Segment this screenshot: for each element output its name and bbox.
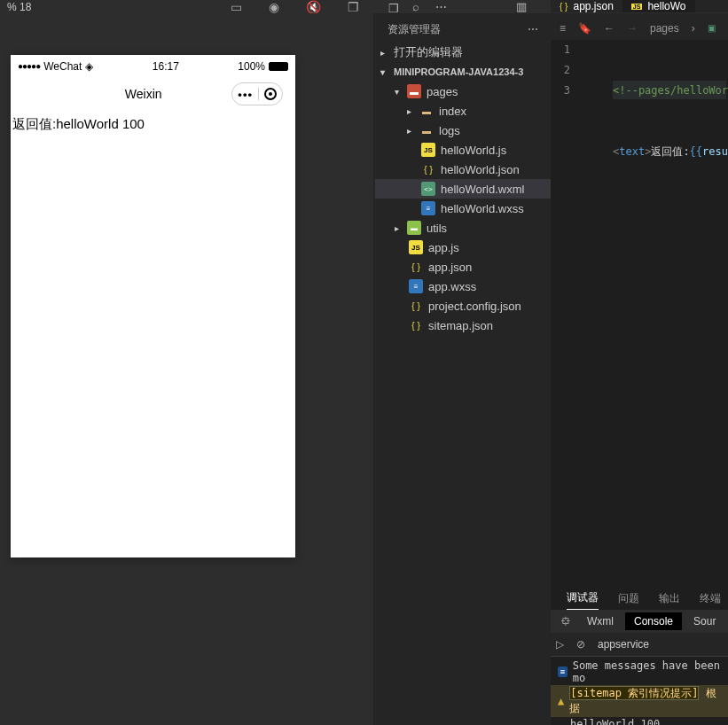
breadcrumb-pages[interactable]: pages <box>650 22 679 35</box>
file-helloworld-js[interactable]: JShelloWorld.js <box>375 140 551 160</box>
split-icon[interactable]: ▥ <box>516 0 527 13</box>
folder-icon: ▬ <box>419 123 434 137</box>
json-icon: { } <box>409 299 423 313</box>
json-icon: { } <box>560 2 568 12</box>
console-warn-line[interactable]: ▲[sitemap 索引情况提示] 根据 <box>551 685 728 717</box>
js-icon: JS <box>421 143 435 157</box>
folder-utils[interactable]: ▸▬utils <box>375 218 551 238</box>
copy-icon[interactable]: ❐ <box>388 2 399 15</box>
tab-output[interactable]: 输出 <box>659 588 680 610</box>
menu-dots-icon[interactable]: ••• <box>238 88 253 101</box>
json-icon: { } <box>409 318 423 332</box>
search-icon[interactable]: ⌕ <box>412 0 419 13</box>
js-icon: JS <box>631 4 643 10</box>
folder-icon: ▬ <box>407 221 421 235</box>
file-app-json[interactable]: { }app.json <box>375 257 551 277</box>
context-selector[interactable]: appservice <box>598 638 649 651</box>
warn-icon: ▲ <box>558 695 564 707</box>
file-app-js[interactable]: JSapp.js <box>375 238 551 257</box>
simulator-panel: ●●●●● WeChat ◈ 16:17 100% Weixin ••• 返回值… <box>0 13 373 725</box>
battery-percent: 100% <box>238 60 265 73</box>
list-icon[interactable]: ≡ <box>560 22 566 35</box>
wxss-icon: ≡ <box>409 279 423 293</box>
nav-title: Weixin <box>55 87 231 101</box>
tab-app-json[interactable]: { }app.json <box>551 0 622 12</box>
explorer-menu-icon[interactable]: ⋯ <box>528 23 538 35</box>
forward-icon[interactable]: → <box>627 22 638 35</box>
bottom-panel: 调试器 问题 输出 终端 ⯐ Wxml Console Sour ▷ ⊘ app… <box>551 585 728 725</box>
breadcrumb-sep: › <box>692 22 695 35</box>
folder-pages[interactable]: ▾▬pages <box>375 82 551 101</box>
capsule-menu[interactable]: ••• <box>231 82 283 105</box>
play-icon[interactable]: ▷ <box>556 638 564 651</box>
json-icon: { } <box>409 260 423 274</box>
line-gutter: 123 <box>551 40 577 101</box>
console-log-line[interactable]: helloWorld 100 <box>551 717 728 725</box>
tab-helloworld[interactable]: JShelloWo <box>622 0 695 12</box>
back-icon[interactable]: ← <box>604 22 614 35</box>
file-helloworld-wxss[interactable]: ≡helloWorld.wxss <box>375 199 551 218</box>
battery-icon <box>269 62 288 71</box>
folder-index[interactable]: ▸▬index <box>375 101 551 121</box>
tab-debugger[interactable]: 调试器 <box>567 587 599 610</box>
clear-icon[interactable]: ⊘ <box>576 638 585 651</box>
popout-icon[interactable]: ❐ <box>348 0 359 14</box>
project-section[interactable]: ▾MINIPROGRAM-JAVA1234-3 <box>375 62 551 82</box>
phone-simulator: ●●●●● WeChat ◈ 16:17 100% Weixin ••• 返回值… <box>11 55 295 557</box>
file-sitemap[interactable]: { }sitemap.json <box>375 316 551 335</box>
status-time: 16:17 <box>153 60 179 73</box>
signal-icon: ●●●●● <box>18 61 40 71</box>
explorer-title: 资源管理器 <box>387 22 441 37</box>
console-output: ≡Some messages have been mo ▲[sitemap 索引… <box>551 657 728 725</box>
wifi-icon: ◈ <box>85 60 93 73</box>
file-helloworld-wxml[interactable]: <>helloWorld.wxml <box>375 179 551 199</box>
more-icon[interactable]: ⋯ <box>435 0 447 13</box>
status-bar: ●●●●● WeChat ◈ 16:17 100% <box>11 55 295 77</box>
open-editors-section[interactable]: ▸打开的编辑器 <box>375 43 551 62</box>
file-project-config[interactable]: { }project.config.json <box>375 296 551 316</box>
close-program-icon[interactable] <box>264 88 277 100</box>
page-content: 返回值:helloWorld 100 <box>11 111 295 138</box>
bookmark-icon[interactable]: 🔖 <box>578 22 591 35</box>
explorer-panel: 资源管理器 ⋯ ▸打开的编辑器 ▾MINIPROGRAM-JAVA1234-3 … <box>375 16 551 604</box>
folder-logs[interactable]: ▸▬logs <box>375 121 551 140</box>
code-content[interactable]: <!--pages/helloWorl <text>返回值:{{resul <box>613 40 728 264</box>
tab-problems[interactable]: 问题 <box>618 588 639 610</box>
js-icon: JS <box>409 240 423 254</box>
breadcrumb-file-icon: ▣ <box>708 23 716 33</box>
devtab-console[interactable]: Console <box>625 612 682 630</box>
console-info-line[interactable]: ≡Some messages have been mo <box>551 659 728 685</box>
wxml-icon: <> <box>421 182 435 196</box>
folder-icon: ▬ <box>407 84 421 98</box>
record-icon[interactable]: ◉ <box>269 0 279 14</box>
json-icon: { } <box>421 162 435 176</box>
info-icon: ≡ <box>558 667 568 677</box>
zoom-label: % 18 <box>0 1 31 13</box>
devtab-sources[interactable]: Sour <box>685 612 724 630</box>
devtab-wxml[interactable]: Wxml <box>578 612 622 630</box>
inspect-icon[interactable]: ⯐ <box>556 615 575 628</box>
device-icon[interactable]: ▭ <box>231 0 242 14</box>
file-helloworld-json[interactable]: { }helloWorld.json <box>375 160 551 179</box>
mute-icon[interactable]: 🔇 <box>306 0 321 14</box>
folder-icon: ▬ <box>419 104 434 118</box>
carrier-label: WeChat <box>43 60 82 73</box>
file-app-wxss[interactable]: ≡app.wxss <box>375 277 551 296</box>
wxss-icon: ≡ <box>421 201 435 215</box>
code-editor[interactable]: 123 <!--pages/helloWorl <text>返回值:{{resu… <box>551 40 728 585</box>
tab-terminal[interactable]: 终端 <box>700 588 721 610</box>
